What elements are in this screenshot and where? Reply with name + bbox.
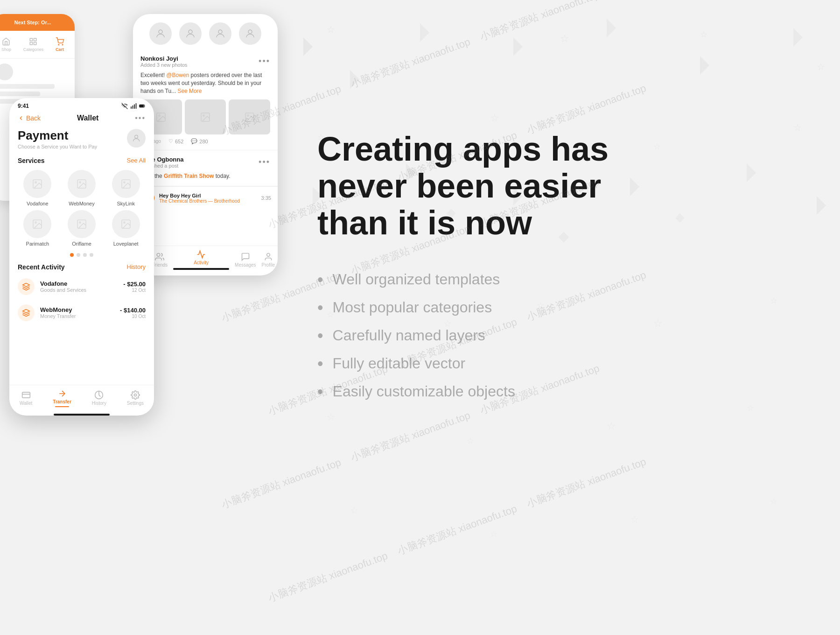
service-vodafone[interactable]: Vodafone — [18, 170, 57, 206]
phone-back-content: Nonkosi Joyi Added 3 new photos ••• Exce… — [133, 14, 278, 275]
svg-rect-66 — [140, 105, 144, 107]
nav-activity[interactable]: Activity — [173, 250, 229, 270]
svg-rect-64 — [136, 103, 137, 109]
svg-rect-61 — [131, 106, 132, 109]
post2-more[interactable]: ••• — [259, 157, 270, 167]
post1-img-2 — [185, 99, 226, 134]
service-icon-webmoney — [68, 170, 96, 198]
post-card-2: Uche Ogbonna Published a post ••• be at … — [133, 150, 278, 186]
nav-messages[interactable]: Messages — [235, 252, 256, 268]
activity-amount-webmoney: - $140.00 10 Oct — [120, 307, 146, 319]
home-indicator — [54, 414, 110, 416]
dot-2 — [77, 253, 80, 257]
headline-line1: Creating apps has — [317, 130, 609, 168]
services-grid: Vodafone WebMoney SkyLink — [9, 167, 154, 209]
svg-text:☆: ☆ — [560, 33, 569, 44]
wallet-bottom-nav: Wallet Transfer History Settings — [9, 385, 154, 412]
service-icon-parimatch — [23, 210, 51, 238]
avatar-4 — [239, 22, 261, 45]
svg-rect-39 — [30, 38, 33, 41]
service-label-skylink: SkyLink — [117, 201, 135, 206]
svg-point-43 — [58, 44, 59, 45]
svg-marker-3 — [513, 37, 523, 56]
nav-friends[interactable]: Friends — [152, 252, 168, 268]
svg-point-71 — [79, 182, 81, 183]
services-header: Services See All — [9, 154, 154, 167]
service-icon-oriflame — [68, 210, 96, 238]
music-info: Hey Boy Hey Girl The Chemical Brothers —… — [159, 193, 257, 204]
service-label-vodafone: Vodafone — [27, 201, 49, 206]
phone-front: 9:41 Back Wallet ••• Payment C — [9, 98, 154, 416]
svg-text:☆: ☆ — [490, 112, 499, 124]
svg-point-52 — [203, 115, 204, 116]
service-oriflame[interactable]: Oriflame — [62, 210, 102, 247]
post2-text: be at the Griffith Train Show today. — [140, 172, 270, 180]
svg-point-73 — [124, 182, 125, 183]
wallet-more[interactable]: ••• — [135, 114, 146, 122]
activity-desc-vodafone: Goods and Services — [40, 287, 118, 293]
nav-history[interactable]: History — [92, 390, 106, 406]
headline-line3: than it is now — [317, 204, 532, 241]
svg-rect-62 — [133, 106, 133, 109]
payment-title-block: Payment Choose a Service you Want to Pay — [18, 129, 97, 149]
activity-name-vodafone: Vodafone — [40, 280, 118, 287]
svg-point-45 — [159, 30, 162, 34]
nav-wallet[interactable]: Wallet — [20, 390, 32, 406]
back-button[interactable]: Back — [18, 114, 41, 122]
partial-nav-cart: Cart — [56, 37, 64, 52]
service-skylink[interactable]: SkyLink — [106, 170, 146, 206]
right-panel: Creating apps has never been easier than… — [317, 131, 821, 542]
svg-text:☆: ☆ — [700, 30, 707, 39]
service-webmoney[interactable]: WebMoney — [62, 170, 102, 206]
activity-info-webmoney: WebMoney Money Transfer — [40, 306, 114, 319]
svg-point-60 — [266, 254, 270, 257]
see-all-button[interactable]: See All — [127, 157, 146, 164]
svg-marker-5 — [700, 56, 709, 75]
nav-profile[interactable]: Profile — [262, 252, 275, 268]
status-bar: 9:41 — [9, 98, 154, 112]
service-label-parimatch: Parimatch — [26, 241, 49, 247]
amount-value-vodafone: - $25.00 — [123, 281, 146, 288]
features-list: Well organized templates Most popular ca… — [317, 270, 821, 402]
nav-settings[interactable]: Settings — [127, 390, 144, 406]
activity-icon-vodafone — [18, 278, 35, 295]
post2-header: Uche Ogbonna Published a post ••• — [140, 156, 270, 169]
post1-img-3 — [229, 99, 270, 134]
post1-header: Nonkosi Joyi Added 3 new photos ••• — [140, 55, 270, 68]
wallet-header: Back Wallet ••• — [9, 112, 154, 126]
bullet-2: Most popular categories — [317, 298, 821, 318]
post1-more[interactable]: ••• — [259, 56, 270, 66]
partial-nav-categories: Categories — [23, 37, 44, 52]
history-link[interactable]: History — [127, 263, 146, 270]
dot-4 — [90, 253, 93, 257]
service-parimatch[interactable]: Parimatch — [18, 210, 57, 247]
phone-back: Nonkosi Joyi Added 3 new photos ••• Exce… — [133, 14, 278, 275]
dot-1 — [70, 253, 74, 257]
post-card-1: Nonkosi Joyi Added 3 new photos ••• Exce… — [133, 49, 278, 150]
recent-activity-header: Recent Activity History — [9, 261, 154, 274]
status-icons — [121, 103, 146, 109]
partial-avatar — [0, 64, 13, 80]
activity-webmoney: WebMoney Money Transfer - $140.00 10 Oct — [9, 300, 154, 326]
svg-text:☆: ☆ — [817, 62, 825, 72]
post1-text: Excellent! @Bowen posters ordered over t… — [140, 71, 270, 95]
status-time: 9:41 — [18, 103, 29, 109]
partial-line2 — [0, 92, 40, 96]
svg-marker-6 — [793, 28, 803, 47]
svg-point-82 — [134, 394, 136, 396]
svg-point-77 — [79, 222, 81, 223]
svg-point-54 — [247, 115, 249, 116]
svg-point-44 — [62, 44, 63, 45]
service-icon-skylink — [112, 170, 140, 198]
post1-author: Nonkosi Joyi — [140, 55, 187, 62]
amount-value-webmoney: - $140.00 — [120, 307, 146, 314]
service-loveplanet[interactable]: Loveplanet — [106, 210, 146, 247]
svg-point-50 — [159, 115, 160, 116]
nav-transfer[interactable]: Transfer — [53, 389, 71, 407]
social-avatars-row — [133, 14, 278, 49]
post1-see-more[interactable]: See More — [177, 88, 202, 94]
post2-event-link: Griffith Train Show — [164, 173, 214, 179]
activity-vodafone: Vodafone Goods and Services - $25.00 12 … — [9, 274, 154, 300]
svg-rect-80 — [22, 392, 30, 398]
svg-marker-2 — [420, 23, 429, 42]
